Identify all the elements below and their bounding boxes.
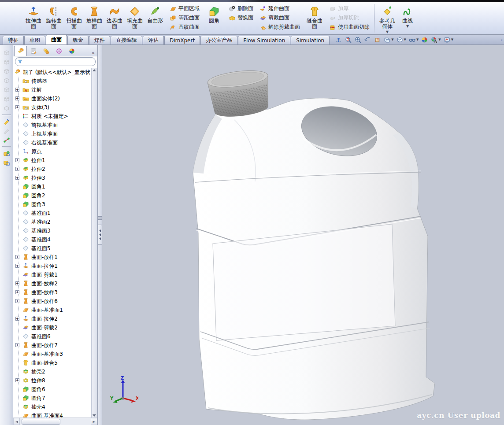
scroll-right-icon[interactable]: ► xyxy=(91,418,97,425)
panel-tab-configurationmanager[interactable] xyxy=(40,46,52,56)
tree-item[interactable]: +A注解 xyxy=(13,85,92,94)
tree-item[interactable]: 抽壳2 xyxy=(13,367,92,376)
ribbon-button-replace-face[interactable]: 替换面 xyxy=(227,13,255,22)
expand-icon[interactable]: + xyxy=(15,96,19,100)
ribbon-button-cut-with-surface[interactable]: 使用曲面切除 xyxy=(327,22,371,32)
tree-item[interactable]: +曲面-放样6 xyxy=(13,297,92,306)
tree-item[interactable]: 曲面-基准面3 xyxy=(13,350,92,358)
tree-item[interactable]: +曲面-放样3 xyxy=(13,288,92,297)
expand-icon[interactable]: + xyxy=(15,290,19,294)
tree-item[interactable]: +拉伸3 xyxy=(13,174,92,182)
scroll-down-icon[interactable] xyxy=(93,414,96,417)
commandmanager-tab[interactable]: 特征 xyxy=(3,36,24,44)
tree-item[interactable]: +曲面-拉伸2 xyxy=(13,314,92,323)
commandmanager-tab[interactable]: 曲面 xyxy=(46,35,67,44)
dropdown-arrow-icon[interactable]: ▼ xyxy=(406,25,409,28)
panel-tab-featuremanager[interactable] xyxy=(14,46,27,56)
panel-tab-dimxpertmanager[interactable] xyxy=(52,46,65,56)
ribbon-button-reference-geometry[interactable]: 参考几何体▼ xyxy=(377,3,397,33)
tree-item[interactable]: +拉伸8 xyxy=(13,376,92,385)
tree-item[interactable]: 圆角2 xyxy=(13,191,92,200)
tree-item[interactable]: 圆角1 xyxy=(13,182,92,191)
ribbon-button-surf-loft[interactable]: 放样曲面 xyxy=(84,3,104,30)
surface-tool-1-button[interactable] xyxy=(2,149,11,157)
ribbon-button-freeform[interactable]: 自由形 xyxy=(145,3,165,24)
dropdown-arrow-icon[interactable]: ▼ xyxy=(391,38,393,41)
tree-item[interactable]: +曲面实体(2) xyxy=(13,94,92,103)
route-button[interactable] xyxy=(2,136,11,144)
view-orientation-button[interactable]: ▼ xyxy=(383,36,394,44)
normal-to-button[interactable] xyxy=(334,36,343,44)
commandmanager-tab[interactable]: 评估 xyxy=(143,36,164,44)
dropdown-arrow-icon[interactable]: ▼ xyxy=(451,38,453,41)
expand-icon[interactable]: + xyxy=(15,299,19,303)
tree-item[interactable]: +实体(3) xyxy=(13,103,92,112)
tree-item[interactable]: +曲面-放样1 xyxy=(13,253,92,262)
expand-icon[interactable]: + xyxy=(15,158,19,162)
tree-item[interactable]: 前视基准面 xyxy=(13,121,92,129)
tree-item[interactable]: 基准面2 xyxy=(13,218,92,226)
tree-item[interactable]: +拉伸1 xyxy=(13,156,92,165)
tree-item[interactable]: +曲面-放样2 xyxy=(13,279,92,288)
expand-icon[interactable]: + xyxy=(15,264,19,268)
section-view-button[interactable] xyxy=(373,36,382,44)
expand-icon[interactable]: + xyxy=(15,255,19,259)
tree-item[interactable]: 上视基准面 xyxy=(13,129,92,138)
ribbon-button-curves[interactable]: 曲线▼ xyxy=(397,3,418,28)
expand-icon[interactable]: + xyxy=(15,343,19,347)
tree-item[interactable]: 原点 xyxy=(13,147,92,156)
ribbon-button-surf-revolve[interactable]: 旋转曲面 xyxy=(44,3,64,30)
tree-item[interactable]: +曲面-拉伸1 xyxy=(13,262,92,270)
tree-item[interactable]: 曲面-基准面1 xyxy=(13,306,92,314)
splitter-grip[interactable] xyxy=(98,216,102,221)
tree-item[interactable]: 曲面-剪裁2 xyxy=(13,323,92,332)
zoom-area-button[interactable] xyxy=(354,36,362,44)
ribbon-button-untrim-surface[interactable]: 解除剪裁曲面 xyxy=(258,22,302,32)
dropdown-arrow-icon[interactable]: ▼ xyxy=(404,38,406,41)
tree-item[interactable]: 基准面5 xyxy=(13,244,92,253)
tree-item[interactable]: 基准面1 xyxy=(13,209,92,218)
ribbon-button-fillet[interactable]: 圆角 xyxy=(204,3,224,24)
ribbon-button-surf-sweep[interactable]: 扫描曲面 xyxy=(64,3,84,30)
ribbon-button-delete-face[interactable]: 删除面 xyxy=(227,4,255,13)
scroll-up-icon[interactable] xyxy=(93,69,96,71)
tree-item[interactable]: 传感器 xyxy=(13,77,92,85)
scroll-left-icon[interactable]: ◄ xyxy=(13,418,20,425)
tree-horizontal-scrollbar[interactable]: ◄ ► xyxy=(13,418,97,425)
dropdown-arrow-icon[interactable]: ▼ xyxy=(386,30,389,33)
ribbon-button-surf-fill[interactable]: 填充曲面 xyxy=(125,3,145,30)
ribbon-button-offset-surface[interactable]: 等距曲面 xyxy=(168,13,201,22)
commandmanager-tab[interactable]: 钣金 xyxy=(67,36,89,44)
tree-item[interactable]: 右视基准面 xyxy=(13,138,92,147)
expand-icon[interactable]: + xyxy=(15,88,19,92)
feature-tree-filter[interactable] xyxy=(15,57,96,66)
expand-icon[interactable]: + xyxy=(15,105,19,109)
previous-view-button[interactable] xyxy=(363,36,372,44)
expand-icon[interactable]: + xyxy=(15,281,19,285)
expand-icon[interactable]: + xyxy=(15,317,19,321)
ribbon-button-surf-boundary[interactable]: 边界曲面 xyxy=(104,3,125,30)
tree-item[interactable]: 圆角3 xyxy=(13,200,92,209)
panel-tab-overflow-button[interactable]: » xyxy=(90,50,96,56)
tree-item[interactable]: 圆角7 xyxy=(13,394,92,403)
ribbon-button-knit-surface[interactable]: 缝合曲面 xyxy=(304,3,325,30)
surface-tool-2-button[interactable] xyxy=(2,158,11,166)
feature-tree-filter-input[interactable] xyxy=(24,59,93,65)
commandmanager-tab[interactable]: 焊件 xyxy=(89,36,110,44)
expand-icon[interactable]: + xyxy=(15,378,19,382)
commandmanager-tab[interactable]: 直接编辑 xyxy=(111,36,142,44)
tree-item[interactable]: 曲面-基准面4 xyxy=(13,411,92,418)
commandmanager-tab[interactable]: 办公室产品 xyxy=(200,36,237,44)
tree-item[interactable]: +拉伸2 xyxy=(13,165,92,174)
expand-icon[interactable]: + xyxy=(15,176,19,180)
tab-scroll-left-icon[interactable]: ‹ xyxy=(501,37,503,43)
hide-show-items-button[interactable]: ▼ xyxy=(408,36,419,44)
tree-item[interactable]: 材质 <未指定> xyxy=(13,112,92,121)
tree-root-item[interactable]: 瓶子 (默认<<默认>_显示状 xyxy=(13,68,92,77)
tree-item[interactable]: +曲面-放样7 xyxy=(13,341,92,350)
graphics-viewport[interactable]: Z X Y ayc.cn User upload xyxy=(102,45,504,425)
expand-icon[interactable]: + xyxy=(15,167,19,171)
scrollbar-thumb[interactable] xyxy=(22,419,60,425)
sketch-button[interactable] xyxy=(2,117,11,126)
tree-item[interactable]: 基准面4 xyxy=(13,235,92,244)
